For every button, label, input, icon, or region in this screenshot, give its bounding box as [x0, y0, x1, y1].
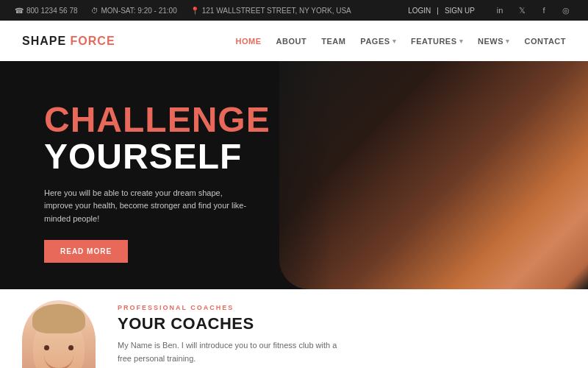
signup-link[interactable]: SIGN UP [445, 7, 475, 15]
top-bar-right: LOGIN | SIGN UP in 𝕏 f ◎ [408, 3, 573, 18]
hero-read-more-button[interactable]: READ MORE [44, 240, 128, 263]
phone-icon: ☎ [15, 7, 24, 15]
auth-links: LOGIN | SIGN UP [408, 7, 475, 15]
clock-icon: ⏱ [91, 7, 98, 15]
nav-team[interactable]: TEAM [321, 37, 345, 46]
coaches-label: PROFESSIONAL COACHES [118, 304, 353, 311]
address-info: 📍 121 WALLSTREET STREET, NY YORK, USA [190, 7, 351, 15]
face-eye-right [68, 345, 74, 350]
address-text: 121 WALLSTREET STREET, NY YORK, USA [202, 7, 351, 15]
coaches-title: YOUR COACHES [118, 314, 353, 333]
hero-title-line1: CHALLENGE [44, 102, 270, 138]
nav-home[interactable]: HOME [236, 37, 262, 46]
face-smile [44, 355, 74, 368]
features-arrow: ▾ [459, 38, 464, 45]
linkedin-icon[interactable]: in [492, 3, 507, 18]
nav-features[interactable]: FEATURES ▾ [411, 37, 463, 46]
coaches-description: My Name is Ben. I will introduce you to … [118, 339, 353, 365]
logo-part1: ShAPE [22, 35, 66, 47]
nav-pages[interactable]: PAGES ▾ [360, 37, 396, 46]
coach-image-wrapper [22, 300, 96, 368]
hero-content: CHALLENGE YOURSELF Here you will be able… [0, 88, 270, 263]
navbar: ShAPE Force HOME ABOUT TEAM PAGES ▾ FEAT… [0, 21, 588, 61]
phone-number: 800 1234 56 78 [26, 7, 78, 15]
coaches-section: PROFESSIONAL COACHES YOUR COACHES My Nam… [0, 289, 588, 368]
twitter-icon[interactable]: 𝕏 [514, 3, 529, 18]
nav-about[interactable]: ABOUT [276, 37, 307, 46]
nav-contact[interactable]: CONTACT [525, 37, 566, 46]
instagram-icon[interactable]: ◎ [559, 3, 573, 18]
top-bar: ☎ 800 1234 56 78 ⏱ MON-SAT: 9:20 - 21:00… [0, 0, 588, 21]
coaches-text: PROFESSIONAL COACHES YOUR COACHES My Nam… [118, 300, 353, 365]
hero-description: Here you will be able to create your dre… [44, 187, 250, 226]
hours-text: MON-SAT: 9:20 - 21:00 [101, 7, 177, 15]
login-link[interactable]: LOGIN [408, 7, 431, 15]
pin-icon: 📍 [190, 7, 199, 15]
hours-info: ⏱ MON-SAT: 9:20 - 21:00 [91, 7, 177, 15]
social-links: in 𝕏 f ◎ [492, 3, 573, 18]
coach-avatar [22, 300, 96, 368]
pages-arrow: ▾ [392, 38, 397, 45]
nav-links: HOME ABOUT TEAM PAGES ▾ FEATURES ▾ NEWS … [236, 37, 566, 46]
top-bar-left: ☎ 800 1234 56 78 ⏱ MON-SAT: 9:20 - 21:00… [15, 7, 351, 15]
phone-info: ☎ 800 1234 56 78 [15, 7, 78, 15]
logo-part2: Force [71, 35, 115, 47]
face-eye-left [44, 345, 49, 350]
hero-title-line2: YOURSELF [44, 138, 270, 177]
hero-section: CHALLENGE YOURSELF Here you will be able… [0, 61, 588, 289]
nav-news[interactable]: NEWS ▾ [478, 37, 510, 46]
facebook-icon[interactable]: f [537, 3, 551, 18]
site-logo[interactable]: ShAPE Force [22, 35, 115, 48]
face-eyes [44, 345, 74, 350]
news-arrow: ▾ [506, 38, 510, 45]
